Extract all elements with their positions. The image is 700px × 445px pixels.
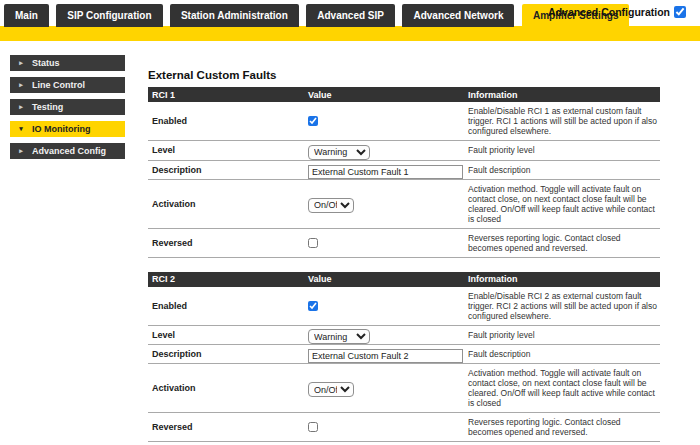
rci2-reversed-checkbox[interactable] [308,422,318,432]
table-row: Reversed Reverses reporting logic. Conta… [148,413,660,442]
row-label-enabled: Enabled [148,287,308,326]
chevron-right-icon: ▸ [10,103,32,111]
rci1-level-select[interactable]: Warning [308,145,370,160]
table-row: Description Fault description [148,345,660,364]
tab-station-administration[interactable]: Station Administration [170,4,299,27]
chevron-down-icon: ▾ [10,125,32,133]
advanced-configuration-label: Advanced Configuration [548,6,670,18]
row-label-level: Level [148,325,308,345]
table-row: Activation On/Off Activation method. Tog… [148,179,660,228]
row-info: Fault description [468,160,660,179]
row-label-level: Level [148,141,308,161]
sidebar-item-testing[interactable]: ▸ Testing [10,99,125,115]
rci1-header-name: RCI 1 [148,87,308,102]
row-label-enabled: Enabled [148,102,308,141]
row-label-description: Description [148,160,308,179]
table-row: Activation On/Off Activation method. Tog… [148,364,660,413]
rci2-description-input[interactable] [308,349,463,363]
rci1-enabled-checkbox[interactable] [308,116,318,126]
sidebar-item-label: Advanced Config [32,146,106,156]
main-content: External Custom Faults RCI 1 Value Infor… [125,41,700,445]
top-navigation: Main SIP Configuration Station Administr… [0,0,700,25]
table-row: Reversed Reverses reporting logic. Conta… [148,228,660,257]
accent-bar [0,26,700,41]
rci2-header-name: RCI 2 [148,272,308,287]
rci2-activation-select[interactable]: On/Off [308,382,354,397]
row-label-activation: Activation [148,364,308,413]
sidebar-item-line-control[interactable]: ▸ Line Control [10,77,125,93]
sidebar-item-label: Testing [32,102,63,112]
row-label-reversed: Reversed [148,228,308,257]
sidebar-item-io-monitoring[interactable]: ▾ IO Monitoring [10,121,125,137]
row-info: Enable/Disable RCI 2 as external custom … [468,287,660,326]
row-info: Fault priority level [468,141,660,161]
table-row: Enabled Enable/Disable RCI 1 as external… [148,102,660,141]
table-row: Level Warning Fault priority level [148,325,660,345]
rci2-table: RCI 2 Value Information Enabled Enable/D… [148,272,660,443]
sidebar-item-label: IO Monitoring [32,124,91,134]
tab-main[interactable]: Main [4,4,49,27]
advanced-configuration-checkbox[interactable] [674,6,686,18]
sidebar-item-advanced-config[interactable]: ▸ Advanced Config [10,143,125,159]
table-row: Enabled Enable/Disable RCI 2 as external… [148,287,660,326]
row-info: Reverses reporting logic. Contact closed… [468,413,660,442]
rci1-description-input[interactable] [308,165,463,179]
tab-advanced-sip[interactable]: Advanced SIP [306,4,395,27]
page-title: External Custom Faults [148,69,700,81]
chevron-right-icon: ▸ [10,147,32,155]
row-label-reversed: Reversed [148,413,308,442]
rci2-header-row: RCI 2 Value Information [148,272,660,287]
tab-advanced-network[interactable]: Advanced Network [402,4,514,27]
sidebar-item-status[interactable]: ▸ Status [10,55,125,71]
rci1-reversed-checkbox[interactable] [308,238,318,248]
value-column-header: Value [308,272,468,287]
rci2-enabled-checkbox[interactable] [308,301,318,311]
information-column-header: Information [468,87,660,102]
information-column-header: Information [468,272,660,287]
row-info: Reverses reporting logic. Contact closed… [468,228,660,257]
rci1-activation-select[interactable]: On/Off [308,198,354,213]
table-row: Description Fault description [148,160,660,179]
row-label-activation: Activation [148,179,308,228]
sidebar: ▸ Status ▸ Line Control ▸ Testing ▾ IO M… [10,55,125,445]
chevron-right-icon: ▸ [10,59,32,67]
row-info: Activation method. Toggle will activate … [468,364,660,413]
row-label-description: Description [148,345,308,364]
sidebar-item-label: Status [32,58,60,68]
tab-sip-configuration[interactable]: SIP Configuration [56,4,162,27]
sidebar-item-label: Line Control [32,80,85,90]
row-info: Fault description [468,345,660,364]
row-info: Activation method. Toggle will activate … [468,179,660,228]
rci2-level-select[interactable]: Warning [308,329,370,344]
table-row: Level Warning Fault priority level [148,141,660,161]
row-info: Fault priority level [468,325,660,345]
value-column-header: Value [308,87,468,102]
rci1-header-row: RCI 1 Value Information [148,87,660,102]
chevron-right-icon: ▸ [10,81,32,89]
row-info: Enable/Disable RCI 1 as external custom … [468,102,660,141]
advanced-configuration-toggle: Advanced Configuration [548,6,686,18]
rci1-table: RCI 1 Value Information Enabled Enable/D… [148,87,660,258]
